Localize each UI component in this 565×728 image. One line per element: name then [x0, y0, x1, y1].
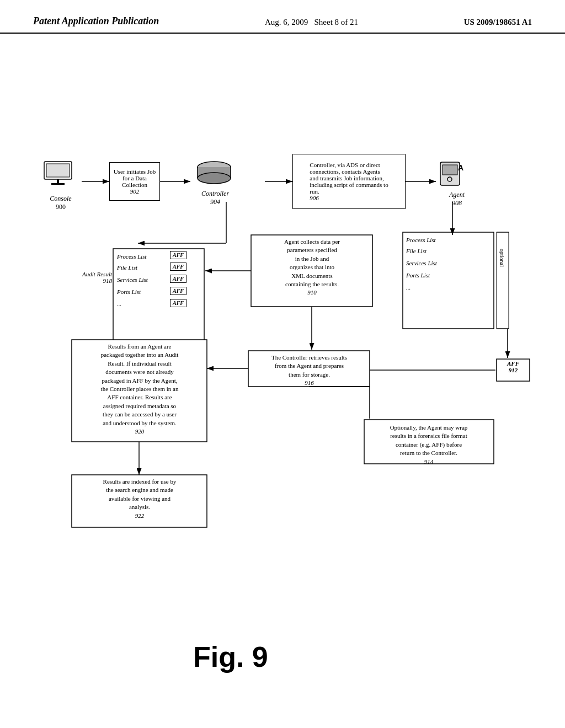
controller-icon — [192, 159, 236, 192]
agent-collects-text: Agent collects data perparameters specif… — [253, 238, 371, 297]
console-icon — [40, 160, 78, 194]
aff-912-label: AFF 912 — [499, 360, 527, 373]
svg-text:A: A — [458, 163, 463, 172]
svg-rect-31 — [57, 179, 59, 183]
aff-sl-box: AFF — [170, 275, 186, 283]
svg-rect-8 — [497, 232, 509, 329]
agent-label: Agent 908 — [440, 191, 473, 207]
svg-rect-7 — [403, 232, 494, 329]
left-services-list: Services List — [117, 276, 148, 283]
aff-ports-box: AFF — [170, 287, 186, 295]
optionally-agent-text: Optionally, the Agent may wrapresults in… — [366, 424, 492, 466]
results-packaged-text: Results from an Agent arepackaged togeth… — [73, 342, 206, 436]
optional-label: optional — [499, 249, 505, 267]
aff-pl-box: AFF — [170, 251, 186, 259]
left-dots: ... — [117, 301, 121, 307]
right-process-list: Process List — [406, 237, 436, 243]
aff-dots-box: AFF — [170, 299, 186, 307]
publication-date-sheet: Aug. 6, 2009 Sheet 8 of 21 — [265, 15, 358, 27]
publication-number: US 2009/198651 A1 — [464, 15, 532, 27]
controller-retrieves-text: The Controller retrieves resultsfrom the… — [250, 354, 369, 388]
right-dots: ... — [406, 284, 411, 291]
agent-icon: A — [436, 159, 466, 192]
diagram-area: Console 900 User initiates Jobfor a Data… — [0, 34, 565, 706]
figure-label: Fig. 9 — [193, 640, 268, 673]
job-collection-box: User initiates Jobfor a DataCollection90… — [109, 162, 160, 201]
svg-rect-32 — [51, 183, 65, 185]
right-ports-list: Ports List — [406, 272, 430, 279]
right-file-list: File List — [406, 248, 427, 254]
controller-desc-box: Controller, via ADS or directconnections… — [292, 154, 406, 209]
controller-label: Controller 904 — [196, 190, 234, 206]
right-services-list: Services List — [406, 260, 437, 266]
page-header: Patent Application Publication Aug. 6, 2… — [0, 0, 565, 34]
console-label: Console 900 — [44, 195, 77, 211]
results-indexed-text: Results are indexed for use bythe search… — [73, 478, 206, 520]
left-file-list: File List — [117, 264, 137, 271]
audit-result-label: Audit Result 918 — [52, 271, 112, 284]
left-process-list: Process List — [117, 253, 147, 260]
svg-rect-30 — [46, 164, 70, 177]
aff-fl-box: AFF — [170, 263, 186, 271]
svg-rect-39 — [443, 165, 457, 175]
publication-title: Patent Application Publication — [33, 15, 159, 27]
left-ports-list: Ports List — [117, 288, 141, 295]
svg-point-35 — [198, 173, 231, 184]
